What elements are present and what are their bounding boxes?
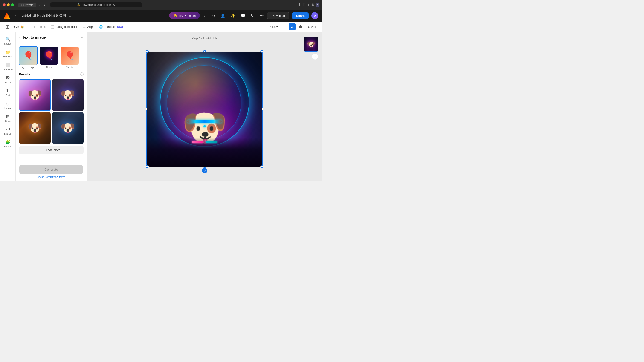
console-buttons	[147, 138, 262, 143]
sidebar-toggle-button[interactable]: ‹	[13, 12, 19, 19]
style-thumbnails: 🎈 Layered paper 🎈 Neon	[19, 46, 84, 68]
try-premium-button[interactable]: 👑 Try Premium	[169, 12, 200, 19]
search-icon: 🔍	[5, 37, 10, 42]
download-icon[interactable]: ⬇	[298, 3, 301, 7]
load-more-label: Load more	[46, 148, 60, 152]
close-overlay-button[interactable]: ×	[312, 53, 318, 60]
zoom-level: 44%	[270, 25, 276, 28]
align-button[interactable]: Align	[80, 24, 96, 30]
redo-icon[interactable]: ↪	[211, 13, 216, 19]
results-title: Results	[19, 72, 30, 76]
try-premium-label: Try Premium	[178, 14, 196, 17]
text-to-image-panel: ‹ Text to image × 🎈 Layered paper	[16, 32, 87, 181]
secondary-toolbar: Resize 👑 Theme Background color Align 🌐 …	[0, 22, 322, 32]
magic-icon[interactable]: ✨	[230, 13, 236, 19]
theme-button[interactable]: Theme	[30, 24, 48, 30]
panel-header: ‹ Text to image ×	[16, 32, 87, 43]
maximize-window-button[interactable]	[11, 3, 14, 6]
sidebar-item-add-ons[interactable]: 🧩 Add-ons	[1, 138, 14, 150]
background-color-button[interactable]: Background color	[49, 24, 80, 30]
main-content: 🔍 Search 📁 Your stuff ⬜ Templates 🖼 Medi…	[0, 32, 322, 181]
sidebar-item-text[interactable]: T Text	[1, 86, 14, 98]
zoom-control[interactable]: 44% ▾	[268, 24, 280, 29]
ai-terms-link[interactable]: Adobe Generative AI terms	[19, 176, 83, 178]
sidebar-item-your-stuff[interactable]: 📁 Your stuff	[1, 48, 14, 60]
share-button[interactable]: Share	[292, 12, 309, 19]
more-options-icon[interactable]: •••	[259, 13, 264, 18]
svg-rect-0	[22, 4, 24, 6]
tabs-icon[interactable]: ⧉	[312, 3, 314, 7]
sidebar-item-brands[interactable]: 🏷 Brands	[1, 125, 14, 137]
sidebar-item-media[interactable]: 🖼 Media	[1, 74, 14, 85]
thumbnail-image: 🐶	[304, 37, 318, 51]
panel-title: Text to image	[22, 35, 46, 39]
page-thumbnail[interactable]: 🐶	[304, 37, 318, 51]
url-bar[interactable]: 🔒 new.express.adobe.com ↻	[50, 2, 142, 7]
generate-button[interactable]: Generate	[19, 165, 83, 174]
top-toolbar: ‹ Untitled - 28 March 2024 at 16.09.53 ☁…	[0, 10, 322, 22]
minimize-window-button[interactable]	[7, 3, 10, 6]
panel-close-button[interactable]: ×	[81, 35, 83, 39]
chaotic-thumb: 🎈	[60, 46, 79, 65]
browser-tab[interactable]: Private	[18, 2, 36, 7]
canvas-frame[interactable]: 🐶	[147, 51, 262, 167]
undo-icon[interactable]: ↩	[202, 13, 208, 19]
sidebar-add-ons-label: Add-ons	[4, 145, 12, 148]
result-item-2[interactable]: 🐶	[52, 79, 84, 111]
add-button[interactable]: ⊕ Add	[306, 24, 318, 30]
forward-button[interactable]: ›	[43, 2, 46, 7]
neon-thumb: 🎈	[40, 46, 58, 65]
style-layered-paper[interactable]: 🎈 Layered paper	[19, 46, 38, 68]
sidebar-item-templates[interactable]: ⬜ Templates	[1, 61, 14, 73]
result-item-3[interactable]: 🐶	[19, 112, 51, 144]
document-title: Untitled - 28 March 2024 at 16.09.53	[22, 14, 66, 17]
page-label: Page 1 / 1 - Add title	[192, 37, 217, 40]
sidebar-item-elements[interactable]: ◇ Elements	[1, 99, 14, 111]
generate-label: Generate	[44, 168, 58, 171]
rotate-button[interactable]: ↺	[202, 168, 208, 173]
style-chaotic[interactable]: 🎈 Chaotic	[60, 46, 79, 68]
media-icon: 🖼	[6, 75, 10, 80]
extension-badge: 1	[316, 3, 319, 7]
sidebar-grids-label: Grids	[5, 120, 10, 122]
sidebar-item-search[interactable]: 🔍 Search	[1, 35, 14, 47]
add-ons-icon: 🧩	[5, 140, 10, 145]
toolbar-divider	[28, 24, 28, 30]
cloud-sync-icon: ☁	[68, 14, 71, 17]
translate-button[interactable]: 🌐 Translate NEW	[97, 24, 125, 30]
invite-icon[interactable]: 👤	[220, 13, 226, 19]
chat-icon[interactable]: 🗨	[250, 13, 256, 19]
adobe-logo	[4, 12, 10, 19]
share-icon[interactable]: ⬆	[303, 3, 305, 7]
comment-icon[interactable]: 💬	[240, 13, 246, 19]
back-button[interactable]: ‹	[38, 2, 41, 7]
brands-icon: 🏷	[6, 127, 10, 132]
info-icon[interactable]: ⓘ	[80, 72, 84, 76]
result-item-4[interactable]: 🐶	[52, 112, 84, 144]
delete-button[interactable]: 🗑	[297, 24, 304, 30]
load-more-button[interactable]: ⌄ Load more	[19, 146, 84, 154]
download-button[interactable]: Download	[267, 12, 289, 19]
grids-icon: ⊞	[6, 114, 10, 119]
user-avatar[interactable]: U	[312, 12, 318, 19]
pages-button[interactable]: ⊞	[280, 23, 287, 30]
canvas-area[interactable]: Page 1 / 1 - Add title	[87, 32, 322, 181]
grid-view-button[interactable]: ⚙	[289, 23, 296, 30]
chevron-down-icon: ⌄	[42, 148, 45, 152]
premium-icon: 👑	[20, 25, 24, 28]
page-number: Page 1 / 1	[192, 37, 204, 40]
browser-nav: ‹ ›	[38, 2, 46, 7]
sidebar-search-label: Search	[4, 42, 12, 45]
result-item-1[interactable]: 🐶	[19, 79, 51, 111]
panel-back-button[interactable]: ‹	[19, 36, 20, 39]
new-badge: NEW	[117, 25, 123, 28]
close-window-button[interactable]	[3, 3, 6, 6]
sidebar-item-grids[interactable]: ⊞ Grids	[1, 112, 14, 124]
refresh-icon: ↻	[113, 3, 115, 6]
style-neon[interactable]: 🎈 Neon	[40, 46, 58, 68]
document-title-area: Untitled - 28 March 2024 at 16.09.53 ☁	[22, 14, 71, 17]
new-tab-icon[interactable]: ＋	[307, 3, 310, 7]
add-title-link[interactable]: - Add title	[206, 37, 217, 40]
layered-paper-thumb: 🎈	[19, 46, 38, 65]
resize-button[interactable]: Resize 👑	[4, 24, 26, 30]
